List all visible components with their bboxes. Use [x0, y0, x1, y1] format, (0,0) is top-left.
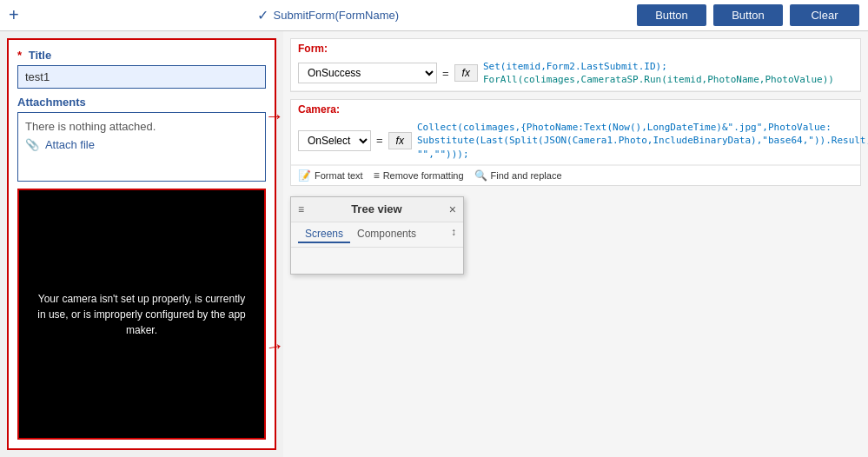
- toolbar-left: +: [9, 5, 19, 25]
- attachments-section: Attachments There is nothing attached. 📎…: [17, 96, 266, 182]
- add-icon[interactable]: +: [9, 5, 19, 25]
- submit-checkmark-icon: ✓: [257, 7, 268, 23]
- camera-event-dropdown[interactable]: OnSelect: [298, 130, 371, 151]
- camera-formula-code: Collect(colimages,{PhotoName:Text(Now(),…: [417, 121, 868, 161]
- button2[interactable]: Button: [713, 4, 783, 26]
- find-replace-btn[interactable]: 🔍 Find and replace: [474, 169, 562, 182]
- format-text-btn[interactable]: 📝 Format text: [298, 169, 363, 182]
- toolbar-center: ✓ SubmitForm(FormName): [30, 7, 626, 23]
- camera-fx-button[interactable]: fx: [388, 132, 412, 149]
- title-input[interactable]: [17, 65, 266, 89]
- submit-label[interactable]: SubmitForm(FormName): [274, 9, 399, 22]
- format-text-icon: 📝: [298, 169, 311, 182]
- arrow-title-to-formula: →: [265, 105, 284, 128]
- tab-screens[interactable]: Screens: [298, 226, 350, 243]
- left-panel: * Title Attachments There is nothing att…: [7, 38, 276, 450]
- camera-formula-row: OnSelect = fx Collect(colimages,{PhotoNa…: [291, 117, 860, 165]
- camera-box: Your camera isn't set up properly, is cu…: [17, 189, 266, 440]
- camera-equals: =: [376, 134, 383, 147]
- attach-file-link[interactable]: 📎 Attach file: [25, 138, 258, 151]
- camera-error-text: Your camera isn't set up properly, is cu…: [19, 274, 264, 355]
- form-formula-row: OnSuccess = fx Set(itemid,Form2.LastSubm…: [291, 56, 860, 91]
- tree-tabs: Screens Components ↕: [291, 222, 463, 248]
- format-toolbar: 📝 Format text ≡ Remove formatting 🔍 Find…: [291, 165, 860, 185]
- form-formula-code: Set(itemid,Form2.LastSubmit.ID); ForAll(…: [483, 60, 853, 87]
- title-field-section: * Title: [17, 49, 266, 89]
- attachments-nothing-text: There is nothing attached.: [25, 120, 258, 133]
- right-panel: Form: OnSuccess = fx Set(itemid,Form2.La…: [283, 31, 868, 457]
- attachments-label: Attachments: [17, 96, 266, 109]
- main-area: * Title Attachments There is nothing att…: [0, 31, 868, 457]
- form-equals: =: [442, 67, 449, 80]
- camera-section-label: Camera:: [291, 100, 860, 117]
- title-label: * Title: [17, 49, 266, 62]
- form-event-dropdown[interactable]: OnSuccess: [298, 63, 437, 83]
- required-star: *: [17, 49, 22, 62]
- attachments-box: There is nothing attached. 📎 Attach file: [17, 112, 266, 182]
- arrow-camera-to-formula: →: [263, 334, 286, 359]
- paperclip-icon: 📎: [25, 138, 39, 151]
- form-section-label: Form:: [291, 39, 860, 56]
- camera-formula-section: Camera: OnSelect = fx Collect(colimages,…: [290, 99, 861, 186]
- tree-body: [291, 248, 463, 274]
- tab-components[interactable]: Components: [350, 226, 423, 243]
- toolbar-right: Button Button Clear: [637, 4, 859, 26]
- form-fx-button[interactable]: fx: [454, 64, 478, 82]
- tree-view-title: Tree view: [351, 202, 402, 215]
- find-replace-icon: 🔍: [474, 169, 487, 182]
- tree-expand-icon[interactable]: ↕: [451, 226, 456, 243]
- tree-close-button[interactable]: ×: [449, 202, 456, 216]
- form-formula-section: Form: OnSuccess = fx Set(itemid,Form2.La…: [290, 38, 861, 92]
- clear-button[interactable]: Clear: [790, 4, 859, 26]
- remove-formatting-btn[interactable]: ≡ Remove formatting: [374, 169, 464, 182]
- hamburger-icon[interactable]: ≡: [298, 203, 304, 215]
- tree-view-panel: ≡ Tree view × Screens Components ↕: [290, 196, 464, 275]
- main-toolbar: + ✓ SubmitForm(FormName) Button Button C…: [0, 0, 868, 31]
- main-wrapper: * Title Attachments There is nothing att…: [0, 31, 868, 457]
- remove-formatting-icon: ≡: [374, 169, 380, 182]
- button1[interactable]: Button: [637, 4, 706, 26]
- tree-header: ≡ Tree view ×: [291, 197, 463, 222]
